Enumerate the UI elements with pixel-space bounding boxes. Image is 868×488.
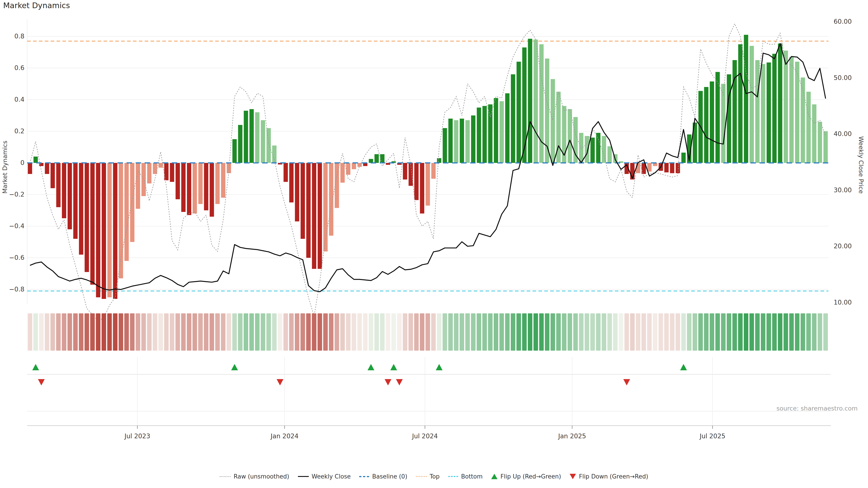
heatmap-cell xyxy=(522,313,527,351)
heatmap-cell xyxy=(312,313,316,351)
dynamics-bar xyxy=(62,163,66,218)
heatmap-cell xyxy=(90,313,95,351)
bottom-line-icon xyxy=(448,476,458,477)
dynamics-bar xyxy=(375,154,379,163)
dynamics-bar xyxy=(460,119,464,163)
dynamics-bar xyxy=(448,119,453,163)
dynamics-bar xyxy=(431,163,436,179)
heatmap-cell xyxy=(528,313,532,351)
marker-panel xyxy=(27,357,831,426)
dynamics-bar xyxy=(176,163,180,199)
heatmap-cell xyxy=(499,313,504,351)
dynamics-bar xyxy=(136,163,140,209)
heatmap-cell xyxy=(806,313,811,351)
dynamics-bar xyxy=(221,163,225,198)
heatmap-cell xyxy=(255,313,259,351)
x-tick-label: Jul 2024 xyxy=(412,432,438,440)
dynamics-bar xyxy=(579,133,583,163)
x-axis-ticks: Jul 2023Jan 2024Jul 2024Jan 2025Jul 2025 xyxy=(124,426,725,440)
dynamics-bar xyxy=(124,163,129,261)
heatmap-cell xyxy=(471,313,475,351)
heatmap-cell xyxy=(778,313,782,351)
dynamics-bar xyxy=(733,60,737,163)
dynamics-bar xyxy=(442,128,447,163)
legend-label: Weekly Close xyxy=(312,473,351,480)
left-tick-label: −0.6 xyxy=(9,254,24,261)
heatmap-cell xyxy=(289,313,293,351)
dynamics-bar xyxy=(806,92,811,163)
heatmap-cell xyxy=(590,313,595,351)
dynamics-bar xyxy=(113,163,117,299)
heatmap-cell xyxy=(670,313,675,351)
heatmap-cell xyxy=(352,313,356,351)
dynamics-bar xyxy=(244,111,248,163)
dynamics-bar xyxy=(812,104,816,163)
heatmap-cell xyxy=(73,313,78,351)
heatmap-cell xyxy=(101,313,106,351)
market-dynamics-plot: 0.80.60.40.20−0.2−0.4−0.6−0.860.0050.004… xyxy=(0,0,868,488)
heatmap-cell xyxy=(749,313,754,351)
heatmap-cell xyxy=(442,313,447,351)
dynamics-bar xyxy=(602,136,606,163)
dynamics-bar xyxy=(437,158,441,163)
heatmap-cell xyxy=(385,313,390,351)
dynamics-bar xyxy=(210,163,214,217)
flip-up-marker xyxy=(32,364,39,370)
dynamics-bar xyxy=(238,125,242,163)
heatmap-cell xyxy=(539,313,544,351)
dynamics-bar xyxy=(403,163,407,180)
heatmap-cell xyxy=(266,313,271,351)
dynamics-bar xyxy=(454,120,458,163)
heatmap-cell xyxy=(658,313,663,351)
legend-item-flip-up: Flip Up (Red→Green) xyxy=(491,473,561,480)
legend: Raw (unsmoothed) Weekly Close Baseline (… xyxy=(0,473,868,480)
heatmap-cell xyxy=(79,313,84,351)
dynamics-bar xyxy=(68,163,72,229)
left-axis-ticks: 0.80.60.40.20−0.2−0.4−0.6−0.8 xyxy=(9,33,24,293)
dynamics-bar xyxy=(198,163,203,204)
dynamics-bar xyxy=(272,145,276,163)
heatmap-cell xyxy=(124,313,129,351)
heatmap-cell xyxy=(335,313,339,351)
heatmap-cell xyxy=(772,313,777,351)
dynamics-bar xyxy=(369,159,373,163)
heatmap-cell xyxy=(301,313,305,351)
heatmap-cell xyxy=(408,313,413,351)
flip-down-triangle-icon xyxy=(569,474,576,479)
heatmap-cell xyxy=(551,313,555,351)
heatmap-strip xyxy=(28,313,828,351)
dynamics-bar xyxy=(295,163,299,221)
heatmap-cell xyxy=(249,313,254,351)
heatmap-cell xyxy=(51,313,55,351)
heatmap-cell xyxy=(28,313,32,351)
dynamics-bar xyxy=(426,163,430,205)
dynamics-bar xyxy=(574,117,578,163)
legend-item-top: Top xyxy=(416,473,440,480)
dynamics-bar xyxy=(107,163,112,297)
heatmap-cell xyxy=(323,313,328,351)
heatmap-cell xyxy=(107,313,112,351)
heatmap-cell xyxy=(369,313,373,351)
dynamics-bar xyxy=(204,163,208,210)
right-tick-label: 60.00 xyxy=(834,18,852,25)
heatmap-cell xyxy=(380,313,384,351)
heatmap-cell xyxy=(45,313,49,351)
heatmap-cell xyxy=(278,313,282,351)
right-tick-label: 10.00 xyxy=(834,299,852,306)
dynamics-bar xyxy=(170,163,174,182)
heatmap-cell xyxy=(562,313,566,351)
flip-up-marker xyxy=(391,364,397,370)
heatmap-cell xyxy=(153,313,157,351)
flip-up-marker xyxy=(680,364,687,370)
left-tick-label: 0.6 xyxy=(14,64,24,72)
dynamics-bar xyxy=(158,163,163,168)
heatmap-cell xyxy=(164,313,168,351)
dynamics-bar xyxy=(761,64,765,163)
dynamics-bar xyxy=(255,112,259,163)
dynamics-bar xyxy=(738,44,743,163)
x-tick-label: Jul 2025 xyxy=(699,432,725,440)
dynamics-bar xyxy=(590,138,595,163)
heatmap-cell xyxy=(664,313,669,351)
heatmap-cell xyxy=(733,313,737,351)
dynamics-bar xyxy=(608,147,612,163)
